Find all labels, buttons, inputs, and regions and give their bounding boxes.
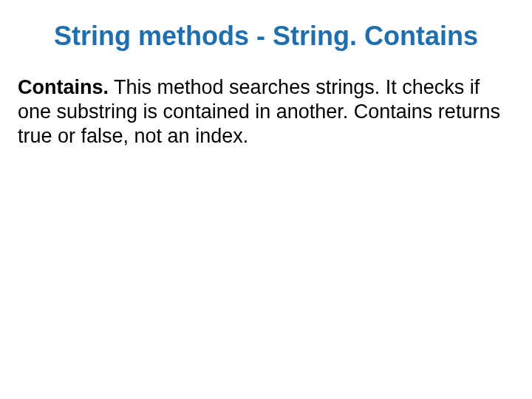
body-lead: Contains. <box>18 76 109 98</box>
slide-title: String methods - String. Contains <box>18 21 514 52</box>
slide-body: Contains. This method searches strings. … <box>18 75 514 149</box>
